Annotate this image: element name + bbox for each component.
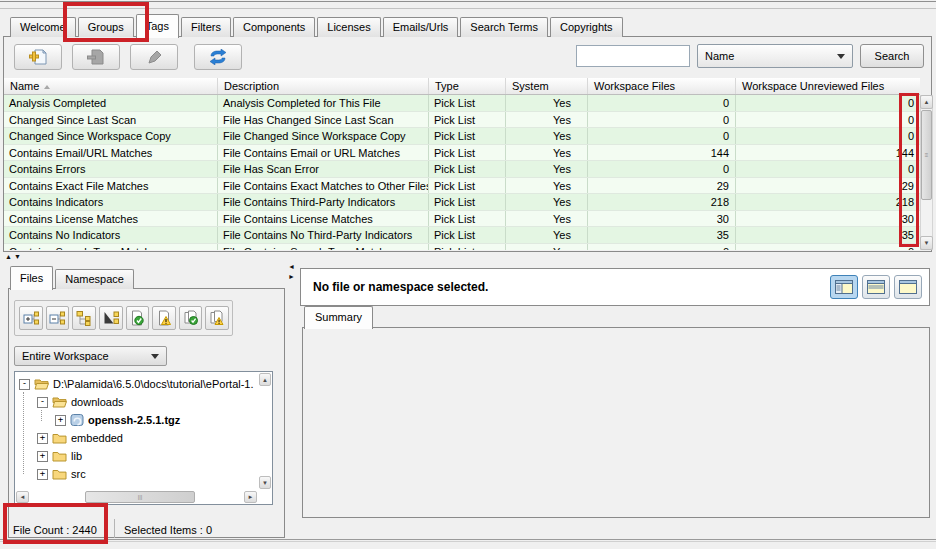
cell-name: Contains Email/URL Matches: [4, 145, 218, 161]
cell-type: Pick List: [429, 112, 506, 128]
tree-item-downloads[interactable]: - downloads: [15, 393, 272, 411]
table-row[interactable]: Changed Since Last Scan File Has Changed…: [4, 112, 920, 129]
cell-description: File Contains Email or URL Matches: [218, 145, 429, 161]
main-tab[interactable]: Groups: [78, 17, 134, 37]
chevron-down-icon: [837, 54, 845, 59]
cell-workspace-files: 30: [588, 211, 736, 227]
column-header-workspace-unreviewed-files[interactable]: Workspace Unreviewed Files: [736, 78, 920, 94]
file-count-status: File Count : 2440: [13, 522, 97, 538]
cell-system: Yes: [506, 112, 588, 128]
cell-workspace-unreviewed-files: 0: [736, 128, 920, 144]
cell-workspace-files: 0: [588, 161, 736, 177]
table-row[interactable]: Analysis Completed Analysis Completed fo…: [4, 95, 920, 112]
table-row[interactable]: Contains Indicators File Contains Third-…: [4, 194, 920, 211]
mark-unreviewed-button[interactable]: [205, 306, 229, 330]
splitter-up-arrow-icon[interactable]: ▲: [5, 253, 12, 260]
delete-tag-button[interactable]: [72, 44, 120, 70]
column-header-type[interactable]: Type: [429, 78, 506, 94]
splitter-right-arrow-icon[interactable]: ►: [288, 273, 295, 280]
splitter-down-arrow-icon[interactable]: ▼: [14, 253, 21, 260]
expand-toggle-icon[interactable]: +: [37, 451, 48, 462]
main-tab[interactable]: Filters: [181, 17, 231, 37]
tab-summary[interactable]: Summary: [304, 306, 373, 329]
cell-name: Analysis Completed: [4, 95, 218, 111]
main-tab[interactable]: Tags: [136, 14, 179, 38]
scrollbar-thumb[interactable]: ≡: [921, 110, 932, 200]
tab-namespace[interactable]: Namespace: [55, 269, 134, 289]
table-row[interactable]: Changed Since Workspace Copy File Change…: [4, 128, 920, 145]
tree-scroll-right-button[interactable]: ►: [244, 491, 257, 503]
column-header-workspace-files[interactable]: Workspace Files: [588, 78, 736, 94]
application-window: Welcome Groups Tags Filters Components L…: [0, 0, 936, 549]
grid-view-button[interactable]: [862, 275, 890, 299]
file-reviewed-button[interactable]: [126, 306, 150, 330]
expand-all-button[interactable]: [19, 306, 43, 330]
tree-view-icon: [76, 310, 92, 326]
table-row[interactable]: Contains Search Term Matches File Contai…: [4, 244, 920, 251]
cell-description: File Contains Search Term Matches: [218, 244, 429, 251]
search-field-dropdown[interactable]: Name: [697, 44, 853, 68]
cell-type: Pick List: [429, 194, 506, 210]
tree-scroll-up-button[interactable]: ▲: [259, 373, 271, 386]
search-input[interactable]: [576, 45, 690, 67]
table-row[interactable]: Contains Email/URL Matches File Contains…: [4, 145, 920, 162]
tree-item-src[interactable]: + src: [15, 465, 272, 483]
column-header-system[interactable]: System: [506, 78, 588, 94]
cell-name: Contains Indicators: [4, 194, 218, 210]
expand-toggle-icon[interactable]: +: [55, 415, 66, 426]
collapse-toggle-icon[interactable]: -: [37, 397, 48, 408]
tree-item-lib[interactable]: + lib: [15, 447, 272, 465]
main-tab[interactable]: Emails/Urls: [383, 17, 459, 37]
cell-workspace-unreviewed-files: 0: [736, 112, 920, 128]
tree-view-button[interactable]: [72, 306, 96, 330]
add-tag-button[interactable]: [14, 44, 62, 70]
tree-item-root[interactable]: - D:\Palamida\6.5.0\docs\tutorial\ePorta…: [15, 375, 272, 393]
scope-dropdown[interactable]: Entire Workspace: [14, 346, 167, 366]
tree-item-embedded[interactable]: + embedded: [15, 429, 272, 447]
table-row[interactable]: Contains Errors File Has Scan Error Pick…: [4, 161, 920, 178]
refresh-icon: [208, 49, 228, 65]
tree-hscrollbar-thumb[interactable]: |||: [85, 491, 195, 503]
scroll-down-button[interactable]: ▼: [920, 236, 933, 250]
file-unreviewed-button[interactable]: [152, 306, 176, 330]
table-row[interactable]: Contains License Matches File Contains L…: [4, 211, 920, 228]
cell-system: Yes: [506, 194, 588, 210]
tree-scroll-left-button[interactable]: ◄: [16, 491, 29, 503]
main-tab[interactable]: Copyrights: [550, 17, 623, 37]
expand-toggle-icon[interactable]: +: [37, 469, 48, 480]
add-icon: [28, 48, 48, 66]
column-header-name[interactable]: Name: [4, 78, 218, 94]
summary-content: [302, 327, 930, 518]
column-header-description[interactable]: Description: [218, 78, 429, 94]
collapse-toggle-icon[interactable]: -: [19, 379, 30, 390]
tab-files[interactable]: Files: [10, 266, 53, 290]
cell-workspace-unreviewed-files: 35: [736, 227, 920, 243]
grid-view-icon: [867, 280, 885, 294]
splitter-left-arrow-icon[interactable]: ◄: [288, 263, 295, 270]
tree-scroll-down-button[interactable]: ▼: [259, 476, 271, 489]
main-tab[interactable]: Licenses: [317, 17, 380, 37]
tree-item-label: lib: [71, 450, 82, 462]
expand-all-icon: [23, 310, 39, 326]
search-button[interactable]: Search: [860, 44, 924, 68]
edit-tag-button[interactable]: [130, 44, 178, 70]
main-tab[interactable]: Components: [233, 17, 315, 37]
split-view-button[interactable]: [830, 275, 858, 299]
tree-item-label: embedded: [71, 432, 123, 444]
cell-description: File Has Scan Error: [218, 161, 429, 177]
collapse-all-button[interactable]: [46, 306, 70, 330]
cell-name: Contains Errors: [4, 161, 218, 177]
table-row[interactable]: Contains Exact File Matches File Contain…: [4, 178, 920, 195]
refresh-button[interactable]: [194, 44, 242, 70]
table-row[interactable]: Contains No Indicators File Contains No …: [4, 227, 920, 244]
full-view-button[interactable]: [894, 275, 922, 299]
main-tab[interactable]: Search Terms: [460, 17, 548, 37]
cell-workspace-files: 144: [588, 145, 736, 161]
main-tab[interactable]: Welcome: [10, 17, 76, 37]
scroll-up-button[interactable]: ▲: [920, 95, 933, 109]
cell-workspace-files: 0: [588, 244, 736, 251]
expand-toggle-icon[interactable]: +: [37, 433, 48, 444]
flat-view-button[interactable]: [99, 306, 123, 330]
mark-reviewed-button[interactable]: [179, 306, 203, 330]
tree-item-openssh[interactable]: + openssh-2.5.1.tgz: [15, 411, 272, 429]
